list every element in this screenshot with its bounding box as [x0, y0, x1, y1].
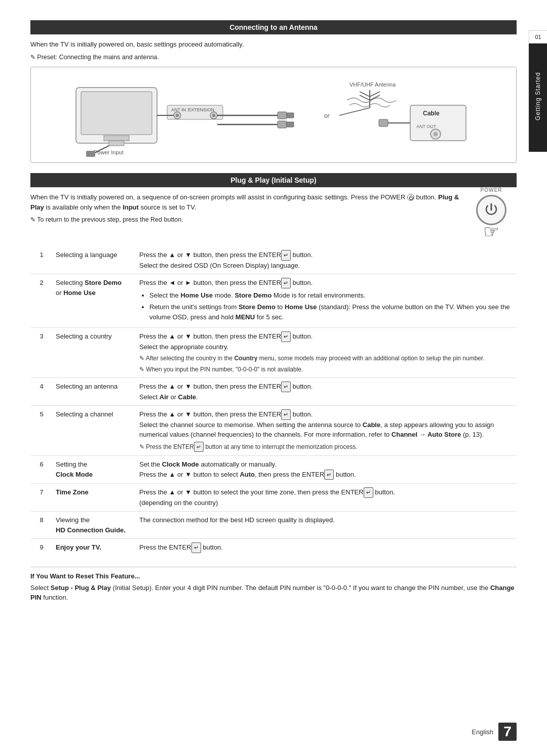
svg-line-27: [339, 108, 370, 115]
svg-rect-19: [278, 121, 287, 128]
reset-title: If You Want to Reset This Feature...: [30, 572, 517, 580]
table-row: 2 Selecting Store Demoor Home Use Press …: [30, 274, 517, 328]
step-desc-4: Press the ▲ or ▼ button, then press the …: [136, 378, 517, 406]
step-num-7: 7: [30, 484, 53, 512]
step-name-9: Enjoy your TV.: [53, 539, 136, 557]
step-num-1: 1: [30, 246, 53, 274]
step-desc-7: Press the ▲ or ▼ button to select the yo…: [136, 484, 517, 512]
side-tab-number: 01: [529, 30, 547, 44]
section2-header: Plug & Play (Initial Setup): [30, 173, 517, 187]
step-name-3: Selecting a country: [53, 328, 136, 378]
table-row: 3 Selecting a country Press the ▲ or ▼ b…: [30, 328, 517, 378]
step-num-2: 2: [30, 274, 53, 328]
power-input-label: Power Input: [94, 149, 124, 155]
step-name-4: Selecting an antenna: [53, 378, 136, 406]
svg-rect-20: [287, 122, 294, 127]
svg-text:EXTENSION: EXTENSION: [188, 107, 214, 112]
table-row: 6 Setting theClock Mode Set the Clock Mo…: [30, 456, 517, 484]
reset-desc: Select Setup - Plug & Play (Initial Setu…: [30, 583, 517, 603]
svg-rect-5: [86, 151, 95, 157]
step-desc-2: Press the ◄ or ► button, then press the …: [136, 274, 517, 328]
table-row: 8 Viewing theHD Connection Guide. The co…: [30, 512, 517, 539]
step-num-9: 9: [30, 539, 53, 557]
section1-note: Preset: Connecting the mains and antenna…: [30, 53, 517, 62]
svg-rect-2: [104, 136, 129, 141]
svg-text:Cable: Cable: [423, 110, 440, 117]
steps-table: 1 Selecting a language Press the ▲ or ▼ …: [30, 246, 517, 557]
table-row: 5 Selecting a channel Press the ▲ or ▼ b…: [30, 406, 517, 456]
step-num-4: 4: [30, 378, 53, 406]
section2-intro: When the TV is initially powered on, a s…: [30, 192, 517, 212]
plug-play-section: Plug & Play (Initial Setup) POWER ☞ When…: [30, 173, 517, 603]
svg-point-32: [434, 132, 438, 136]
svg-rect-16: [287, 113, 294, 118]
svg-point-12: [212, 114, 215, 117]
svg-text:VHF/UHF Antenna: VHF/UHF Antenna: [349, 81, 396, 88]
step-num-5: 5: [30, 406, 53, 456]
step-num-8: 8: [30, 512, 53, 539]
page-container: Getting Started 01 Connecting to an Ante…: [0, 0, 547, 756]
svg-text:ANT IN: ANT IN: [171, 107, 186, 112]
section1-intro: When the TV is initially powered on, bas…: [30, 39, 517, 50]
svg-text:ANT OUT: ANT OUT: [416, 124, 437, 129]
table-row: 7 Time Zone Press the ▲ or ▼ button to s…: [30, 484, 517, 512]
step-name-8: Viewing theHD Connection Guide.: [53, 512, 136, 539]
footer: English 7: [472, 723, 517, 741]
power-circle: [476, 195, 506, 225]
step-num-3: 3: [30, 328, 53, 378]
svg-rect-15: [278, 112, 287, 119]
step-name-2: Selecting Store Demoor Home Use: [53, 274, 136, 328]
table-row: 4 Selecting an antenna Press the ▲ or ▼ …: [30, 378, 517, 406]
footer-language: English: [472, 728, 493, 736]
step-name-1: Selecting a language: [53, 246, 136, 274]
antenna-svg: Power Input ANT IN EXTENSION or: [46, 77, 501, 158]
reset-section: If You Want to Reset This Feature... Sel…: [30, 567, 517, 603]
svg-rect-34: [379, 119, 388, 127]
step-num-6: 6: [30, 456, 53, 484]
step-desc-3: Press the ▲ or ▼ button, then press the …: [136, 328, 517, 378]
svg-rect-1: [81, 92, 152, 135]
svg-point-10: [176, 114, 179, 117]
table-row: 9 Enjoy your TV. Press the ENTER↵ button…: [30, 539, 517, 557]
svg-text:or: or: [324, 112, 330, 119]
section1-header: Connecting to an Antenna: [30, 20, 517, 34]
step-name-5: Selecting a channel: [53, 406, 136, 456]
section2-note1: To return to the previous step, press th…: [30, 215, 517, 225]
power-label: POWER: [466, 187, 517, 193]
page-number: 7: [498, 723, 517, 741]
step-desc-8: The connection method for the best HD sc…: [136, 512, 517, 539]
antenna-diagram: Power Input ANT IN EXTENSION or: [30, 67, 517, 163]
step-desc-9: Press the ENTER↵ button.: [136, 539, 517, 557]
step-desc-6: Set the Clock Mode automatically or manu…: [136, 456, 517, 484]
step-desc-5: Press the ▲ or ▼ button, then press the …: [136, 406, 517, 456]
step-desc-1: Press the ▲ or ▼ button, then press the …: [136, 246, 517, 274]
step-name-7: Time Zone: [53, 484, 136, 512]
svg-rect-3: [109, 141, 124, 146]
power-illustration: POWER ☞: [466, 187, 517, 242]
side-tab-label: Getting Started: [534, 72, 541, 120]
table-row: 1 Selecting a language Press the ▲ or ▼ …: [30, 246, 517, 274]
step-name-6: Setting theClock Mode: [53, 456, 136, 484]
side-tab: Getting Started: [529, 40, 547, 152]
